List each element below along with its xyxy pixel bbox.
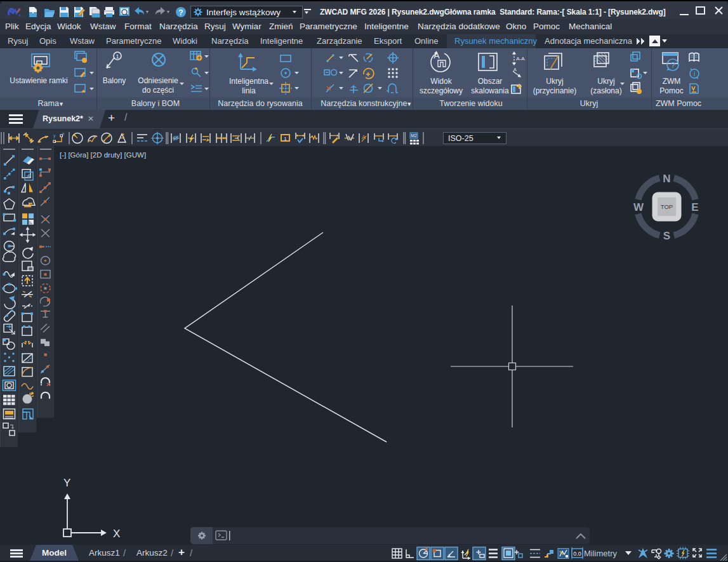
svg-text:E: E — [691, 201, 698, 213]
svg-text:i: i — [694, 70, 695, 77]
svg-text:y: y — [53, 133, 56, 138]
svg-text:?: ? — [178, 8, 183, 17]
svg-text:0.0: 0.0 — [573, 551, 581, 557]
svg-text:A: A — [513, 67, 517, 72]
svg-text:1: 1 — [116, 53, 119, 60]
svg-text:TOP: TOP — [661, 203, 673, 210]
svg-text:X: X — [113, 528, 120, 540]
svg-text:?: ? — [670, 60, 675, 70]
svg-text:M2: M2 — [411, 133, 417, 138]
svg-text:W: W — [633, 201, 644, 213]
svg-text:A-A: A-A — [516, 56, 525, 62]
svg-text:N: N — [663, 173, 670, 185]
svg-text:A: A — [433, 50, 440, 60]
svg-text:S: S — [663, 230, 670, 242]
svg-text:1: 1 — [284, 136, 287, 142]
svg-text:Y: Y — [63, 477, 70, 489]
